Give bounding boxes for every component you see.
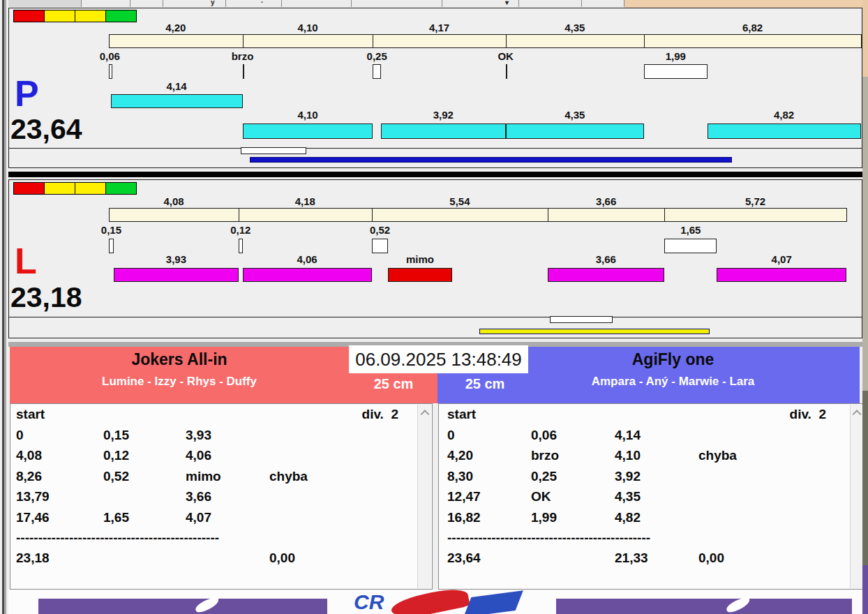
table-cell: 0: [447, 428, 455, 443]
toolbar-strip: y·▾: [8, 0, 868, 8]
results-list-left[interactable]: startdiv. 200,153,934,080,124,068,260,52…: [10, 403, 433, 590]
dog-run-bar: [381, 123, 506, 139]
lane-L-chart-area: L 23,18 4,084,185,543,665,720,150,120,52…: [8, 179, 862, 317]
dog-run-bar: [114, 268, 239, 282]
dog-time-label: 4,06: [243, 253, 372, 265]
changeover-label: OK: [478, 50, 534, 62]
lane-progress-strip: [8, 317, 862, 338]
changeover-box-marker: [239, 239, 242, 253]
dog-silhouette-icon: [194, 596, 221, 613]
status-light: [75, 10, 106, 22]
timing-app-window: y·▾ P 23,64 4,204,104,174,356,820,06brzo…: [0, 0, 868, 614]
dog-time-label: 4,10: [243, 109, 373, 121]
dog-run-bar: [243, 123, 373, 139]
sponsor-logo-left: [38, 599, 327, 614]
status-light: [44, 10, 75, 22]
split-time-label: 5,54: [372, 195, 548, 207]
status-light: [105, 182, 137, 195]
changeover-label: 1,65: [663, 224, 719, 236]
toolbar-button-cutoff[interactable]: [226, 0, 282, 7]
dog-time-label: 4,35: [506, 109, 644, 121]
table-cell: 12,47: [447, 489, 481, 504]
table-summary-cell: 0,00: [269, 551, 295, 566]
sponsor-logo-right: [556, 599, 852, 614]
toolbar-button-cutoff[interactable]: [130, 0, 163, 7]
table-cell: 4,07: [186, 510, 211, 525]
split-segment: [373, 34, 506, 48]
toolbar-button-cutoff[interactable]: [582, 0, 624, 7]
table-cell: 4,10: [615, 448, 641, 463]
toolbar-button-cutoff[interactable]: [82, 0, 130, 7]
table-cell: 1,65: [103, 510, 129, 525]
toolbar-button-cutoff[interactable]: [352, 0, 442, 7]
table-cell: 0,06: [531, 428, 557, 443]
split-segment: [644, 34, 862, 48]
table-cell: 16,82: [447, 510, 481, 525]
status-light: [105, 10, 137, 22]
cr-logo-text: CR: [354, 592, 384, 613]
split-segment: [372, 208, 549, 222]
split-time-label: 4,18: [239, 195, 372, 207]
dog-time-label: 4,82: [708, 109, 861, 121]
team-members: Lumine - Izzy - Rhys - Duffy: [0, 375, 389, 389]
table-cell: brzo: [531, 448, 559, 463]
changeover-box-marker: [373, 64, 380, 79]
lane-progress-bar: [250, 157, 732, 163]
table-cell: 13,79: [16, 489, 50, 504]
table-cell: 0,12: [103, 448, 129, 463]
lane-progress-bar: [479, 329, 710, 334]
window-frame-right: [862, 0, 868, 614]
changeover-tick-marker: [243, 64, 244, 79]
split-time-label: 6,82: [644, 22, 861, 33]
table-cell: 4,20: [447, 448, 473, 463]
table-summary-cell: 21,33: [615, 551, 648, 566]
table-cell: chyba: [698, 448, 737, 463]
table-scrollbar[interactable]: [850, 405, 862, 588]
table-cell: 4,82: [615, 510, 641, 525]
changeover-label: 0,15: [83, 224, 139, 236]
section-divider: [8, 172, 862, 177]
dog-run-bar: [506, 123, 644, 139]
table-cell: 0,52: [103, 469, 129, 484]
position-marker-box: [550, 316, 613, 323]
changeover-label: 0,06: [82, 50, 137, 62]
team-name: Jokers All-in: [0, 350, 389, 369]
changeover-tick-marker: [506, 64, 507, 79]
split-time-label: 4,17: [373, 22, 505, 33]
chevron-up-icon[interactable]: [420, 410, 429, 419]
table-summary-cell: 23,18: [16, 551, 50, 566]
table-summary-cell: 23,64: [447, 551, 481, 566]
changeover-label: 0,12: [213, 224, 269, 236]
jump-height-label: 25 cm: [450, 376, 520, 392]
dog-silhouette-icon: [725, 596, 752, 613]
cr-logo-red-swoosh: [389, 585, 470, 614]
sponsor-banner: CR: [8, 590, 862, 614]
table-cell: 3,66: [186, 489, 211, 504]
lane-P-section: P 23,64 4,204,104,174,356,820,06brzo0,25…: [8, 8, 862, 168]
toolbar-button-cutoff[interactable]: [8, 0, 82, 7]
status-light: [44, 182, 75, 195]
toolbar-button-cutoff[interactable]: [519, 0, 582, 7]
lane-letter: P: [15, 75, 39, 112]
changeover-label: brzo: [215, 50, 271, 62]
status-light: [13, 182, 45, 195]
table-cell: 8,30: [447, 469, 473, 484]
table-cell: 3,92: [615, 469, 641, 484]
split-time-label: 4,08: [109, 195, 239, 207]
toolbar-button-cutoff[interactable]: [163, 0, 226, 7]
toolbar-button-cutoff[interactable]: [282, 0, 352, 7]
split-time-label: 4,10: [243, 22, 373, 33]
table-dashed-separator: ----------------------------------------…: [16, 530, 219, 546]
status-light: [13, 10, 45, 22]
table-scrollbar[interactable]: [417, 405, 431, 588]
split-time-label: 3,66: [548, 195, 664, 207]
split-time-label: 4,35: [506, 22, 644, 33]
results-list-right[interactable]: startdiv. 200,064,144,20brzo4,10chyba8,3…: [438, 403, 864, 590]
lane-P-chart-area: P 23,64 4,204,104,174,356,820,06brzo0,25…: [8, 8, 862, 149]
lane-total-time: 23,64: [10, 115, 82, 144]
lane-letter: L: [15, 243, 37, 279]
dog-time-label: mimo: [388, 253, 451, 265]
changeover-box-marker: [109, 64, 112, 79]
dog-run-bar: [708, 123, 861, 139]
chevron-up-icon[interactable]: [852, 410, 861, 419]
